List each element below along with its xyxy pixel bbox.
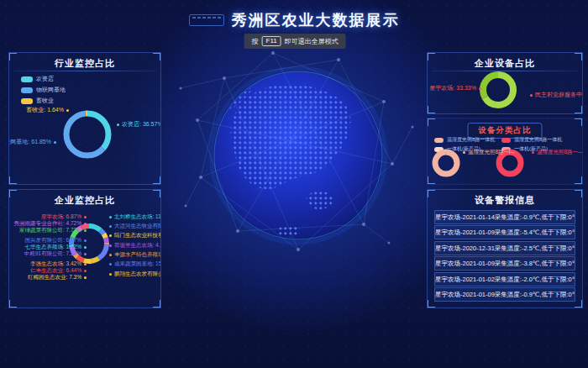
- chart-callout: 红梅园生态农业: 7.3%: [28, 274, 87, 280]
- continents: [213, 84, 351, 237]
- industry-donut-chart: [9, 53, 160, 184]
- panel-title: 设备警报信息: [428, 194, 582, 207]
- chart-callout: 温湿度光照8路一—: [463, 149, 515, 155]
- chart-callout: 星宇农场: 6.87%: [41, 213, 87, 219]
- alarm-row: 星宇农场-2021-01-02采集温度:-2.0℃,低于下限:0℃: [434, 272, 575, 287]
- brand-badge-icon: [189, 14, 224, 26]
- tip-suffix: 即可退出全屏模式: [285, 37, 339, 46]
- fullscreen-tip: 按 F11 即可退出全屏模式: [244, 34, 346, 49]
- panel-industry-ratio: 行业监控占比 农资店 物联网基地 畜牧业 畜牧业: 1.64% 农资店: 36.…: [8, 52, 161, 185]
- legend-swatch: [434, 147, 444, 152]
- panel-title: 企业设备占比: [428, 57, 582, 70]
- chart-callout: 家绿蔬菜有限公司: 7.72%: [19, 227, 87, 233]
- legend-item: 温湿度光照8路一体机: [501, 136, 562, 144]
- industry-legend: 农资店 物联网基地 畜牧业: [21, 75, 66, 105]
- chart-callout: 大运河生态牧业有限责任公: [109, 223, 161, 229]
- divider: [432, 71, 578, 71]
- legend-swatch: [501, 138, 511, 143]
- chart-callout: 中粮91有限公司: 7.29%: [24, 250, 87, 256]
- chart-callout: 鹏翔生态农发有限公司: 6.87: [109, 271, 161, 276]
- header: 秀洲区农业大数据展示: [0, 10, 588, 30]
- chart-callout: 畜牧业: 1.64%: [26, 107, 69, 113]
- alarm-row: 星宇农场-2021-01-14采集温度:-0.9℃,低于下限:0℃: [434, 210, 575, 224]
- alarm-row: 星宇农场-2021-01-09采集温度:-0.9℃,低于下限:0℃: [434, 287, 575, 302]
- panel-enterprise-ratio: 企业监控占比 星宇农场: 6.87% 秀洲雨露专业合作社: 4.72% 家绿蔬菜…: [8, 189, 161, 308]
- network-nodes: [180, 51, 414, 251]
- chart-callout: 民主村党群服务中心:: [530, 92, 583, 98]
- legend-swatch: [21, 76, 33, 82]
- panel-device-classification: 设备分类占比 温湿度光照8路一体机 一体机(新产品) 温湿度光照8路一体机 一体…: [427, 118, 583, 185]
- chart-callout: 七华生态养殖场: 1.72%: [24, 244, 87, 250]
- alarm-row: 星宇农场-2020-12-31采集温度:-2.5℃,低于下限:0℃: [434, 241, 575, 255]
- alarm-list: 星宇农场-2021-01-14采集温度:-0.9℃,低于下限:0℃ 星宇农场-2…: [434, 210, 575, 302]
- legend-item: 畜牧业: [21, 97, 66, 105]
- network-mesh: [181, 53, 412, 250]
- chart-callout: 物联网基地: 61.85%: [8, 139, 56, 145]
- chart-callout: 星宇农场: 33.33%: [429, 85, 481, 92]
- legend-swatch: [21, 87, 33, 93]
- alarm-row: 星宇农场-2021-01-09采集温度:-3.8℃,低于下限:0℃: [434, 256, 575, 271]
- chart-callout: 荷塘里生态农场: 4.29: [109, 242, 161, 248]
- center-glow: [122, 0, 475, 332]
- chart-callout: 国兴发有限公司: 6.87%: [24, 237, 87, 243]
- page-title: 秀洲区农业大数据展示: [232, 10, 400, 30]
- chart-callout: 温湿度光照8路一—: [532, 149, 583, 155]
- chart-callout: 陆门生态农业科技有限公: [109, 232, 161, 238]
- alarm-row: 星宇农场-2021-01-09采集温度:-5.4℃,低于下限:0℃: [434, 225, 575, 239]
- panel-title: 企业监控占比: [9, 194, 160, 207]
- legend-swatch: [21, 98, 33, 104]
- legend-item: 农资店: [21, 75, 66, 83]
- panel-equipment-ratio: 企业设备占比 星宇农场: 33.33% 民主村党群服务中心:: [427, 52, 583, 114]
- chart-callout: 农资店: 36.57%: [117, 121, 161, 128]
- legend-item: 温湿度光照8路一体机: [434, 136, 495, 144]
- panel-title: 行业监控占比: [9, 57, 160, 70]
- globe-graphic: [172, 29, 424, 281]
- chart-callout: 秀洲雨露专业合作社: 4.72%: [13, 220, 87, 226]
- chart-callout: 丰源水产特色养殖场: 1.: [109, 251, 161, 257]
- legend-swatch: [434, 138, 444, 143]
- chart-callout: 成果蔬菜园基地: 15.02%: [109, 260, 161, 266]
- chart-callout: 李强生态农场: 3.42%: [30, 260, 87, 266]
- dashboard: 秀洲区农业大数据展示 按 F11 即可退出全屏模式 行业监控占比 农资店 物联网…: [0, 0, 588, 368]
- chart-callout: 北刘桥生态农场: 11.16%: [109, 213, 161, 219]
- chart-callout: 仁丰生态农业: 6.44%: [30, 267, 87, 273]
- f11-key-badge: F11: [262, 36, 281, 46]
- panel-device-alarms: 设备警报信息 星宇农场-2021-01-14采集温度:-0.9℃,低于下限:0℃…: [427, 189, 583, 308]
- tip-prefix: 按: [252, 37, 259, 46]
- legend-item: 物联网基地: [21, 86, 66, 94]
- divider: [13, 71, 156, 71]
